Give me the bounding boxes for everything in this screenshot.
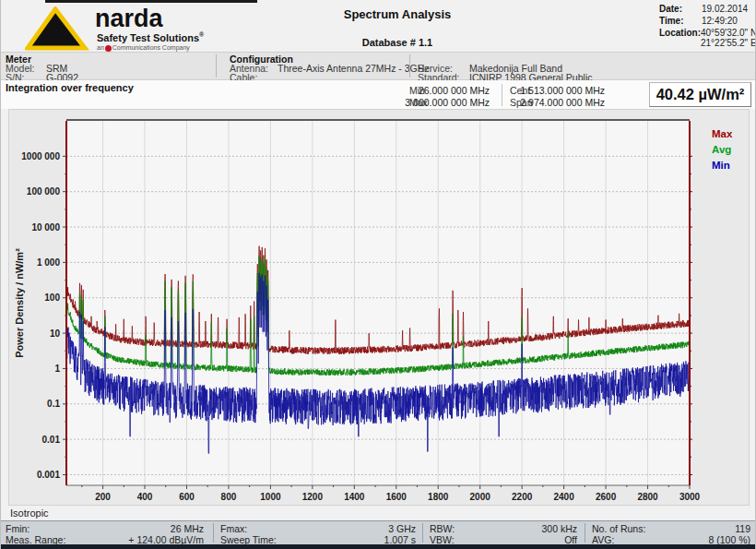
integration-row: Integration over frequency Min 26.000 00… (1, 80, 756, 109)
x-tick-label: 1800 (428, 492, 449, 502)
date-value: 19.02.2014 (702, 4, 748, 14)
y-tick-label: 10 (50, 328, 61, 339)
title-block: Spectrum Analysis Database # 1.1 (259, 7, 536, 48)
time-value: 12:49:20 (702, 16, 738, 26)
spectrum-analysis-window: { "header": { "logo": {"brand": "narda",… (0, 0, 756, 549)
x-tick-label: 2200 (512, 492, 533, 502)
date-row: Date: 19.02.2014 (659, 4, 753, 14)
x-tick-label: 2400 (553, 492, 574, 502)
footer-divider-3 (585, 523, 585, 543)
runs-value: 119 (656, 523, 750, 534)
time-label: Time: (659, 16, 702, 26)
x-tick-label: 1400 (344, 492, 365, 502)
brand-company-line: anCommunications Company (97, 44, 190, 52)
runs-label: No. of Runs: (592, 523, 645, 534)
y-tick-label: 100 (44, 292, 60, 303)
date-label: Date: (659, 4, 702, 14)
x-tick-label: 200 (95, 492, 111, 502)
freq-min-value: 26.000 000 MHz (397, 85, 490, 96)
freq-max-value: 3 000.000 000 MHz (397, 97, 490, 108)
isotropic-row: Isotropic (1, 506, 756, 520)
legend-avg: Avg (712, 144, 731, 155)
page-title: Spectrum Analysis (259, 7, 536, 21)
narda-triangle-icon (25, 6, 89, 51)
y-tick-label: 0.001 (37, 470, 60, 480)
legend-min: Min (712, 160, 730, 171)
x-tick-label: 800 (221, 492, 237, 502)
brand-subtitle: Safety Test Solutions® (97, 31, 204, 43)
x-tick-label: 1600 (386, 492, 408, 502)
y-tick-label: 0.01 (42, 435, 61, 445)
chart-panel: 2004006008001000120014001600180020002200… (8, 109, 750, 506)
location-value: 40°59'32.0" N 21°22'55.2" E (701, 28, 756, 48)
y-axis-title: Power Density / nW/m² (14, 248, 25, 358)
plot-background (66, 121, 690, 485)
footer-divider-1 (213, 523, 214, 543)
window-bottom-bar (1, 544, 756, 549)
footer-divider-2 (422, 523, 423, 543)
integration-label: Integration over frequency (6, 82, 134, 93)
legend-max: Max (712, 128, 733, 139)
window-top-strip (45, 0, 257, 3)
x-axis-title: Frequency / MHz (337, 504, 419, 505)
rbw-value: 300 kHz (480, 523, 577, 534)
freq-divider (502, 84, 502, 106)
fmax-label: Fmax: (220, 523, 247, 534)
location-label: Location: (659, 28, 701, 48)
band-divider-1 (216, 54, 217, 78)
x-tick-label: 400 (137, 492, 153, 502)
footer-status-bar: Fmin: 26 MHz Meas. Range: + 124.00 dBµV/… (1, 520, 756, 544)
y-tick-label: 1 000 (37, 257, 60, 268)
y-tick-label: 10 000 (31, 222, 60, 233)
y-tick-label: 1000 000 (21, 151, 60, 161)
chart-legend: MaxAvgMin (712, 128, 733, 171)
freq-span-value: 2 974.000 000 MHz (503, 97, 605, 108)
fmax-value: 3 GHz (314, 523, 416, 534)
fmin-label: Fmin: (6, 523, 30, 534)
l3-logo-icon (105, 45, 112, 52)
x-tick-label: 2000 (470, 492, 491, 502)
y-tick-label: 0.1 (47, 399, 60, 409)
meter-configuration-band: Meter Model:SRM S/N:G-0092 Configuration… (1, 52, 756, 80)
fmin-value: 26 MHz (112, 523, 204, 534)
y-tick-label: 100 000 (27, 186, 61, 197)
isotropic-label: Isotropic (10, 507, 49, 519)
freq-cent-value: 1 513.000 000 MHz (503, 85, 605, 96)
y-tick-label: 1 (54, 364, 60, 374)
spectrum-chart[interactable]: 2004006008001000120014001600180020002200… (9, 110, 749, 505)
header-info-block: Date: 19.02.2014 Time: 12:49:20 Location… (659, 4, 753, 50)
time-row: Time: 12:49:20 (659, 16, 753, 26)
narda-logo: narda Safety Test Solutions® anCommunica… (25, 5, 237, 51)
location-row: Location: 40°59'32.0" N 21°22'55.2" E (659, 28, 753, 48)
brand-name: narda (95, 5, 163, 33)
x-tick-label: 600 (179, 492, 195, 502)
band-divider-2 (409, 54, 410, 78)
x-tick-label: 3000 (679, 492, 701, 502)
integration-result-box: 40.42 µW/m² (649, 82, 751, 107)
rbw-label: RBW: (430, 523, 455, 534)
x-tick-label: 1000 (260, 492, 281, 502)
x-tick-label: 2600 (596, 492, 617, 502)
page-subtitle: Database # 1.1 (259, 37, 536, 48)
x-tick-label: 1200 (302, 492, 324, 502)
x-tick-label: 2800 (637, 492, 658, 502)
